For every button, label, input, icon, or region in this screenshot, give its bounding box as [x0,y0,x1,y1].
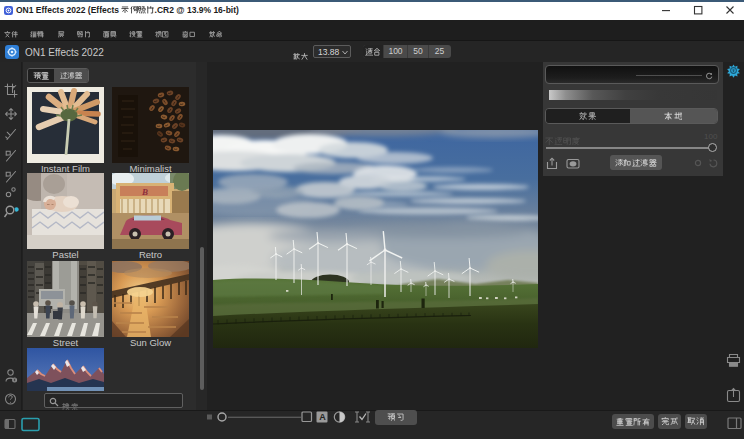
svg-text:A: A [319,412,326,422]
svg-text:B: B [141,187,148,197]
